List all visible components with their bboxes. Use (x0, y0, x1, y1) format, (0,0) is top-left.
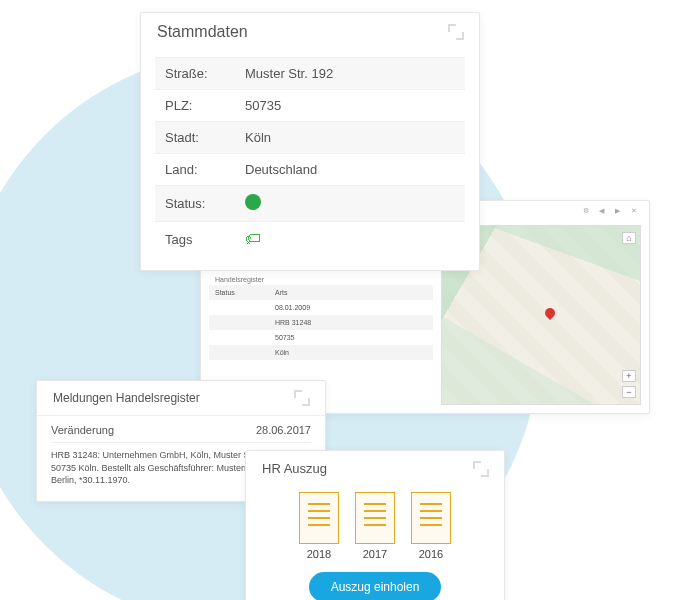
close-icon[interactable]: ✕ (631, 207, 639, 215)
hr-year-label-0: 2018 (307, 548, 331, 560)
value-tags: 🏷 (245, 230, 455, 248)
detail-row-1: 08.01.2009 (209, 300, 433, 315)
nav-right-icon[interactable]: ▶ (615, 207, 623, 215)
hrauszug-body: 2018 2017 2016 Auszug einholen (246, 486, 504, 600)
tag-icon: 🏷 (245, 230, 261, 247)
hr-year-label-1: 2017 (363, 548, 387, 560)
detail-row-4: Köln (209, 345, 433, 360)
document-icon (299, 492, 339, 544)
stammdaten-body: Straße: Muster Str. 192 PLZ: 50735 Stadt… (141, 51, 479, 270)
document-icon (355, 492, 395, 544)
row-land: Land: Deutschland (155, 153, 465, 185)
nav-left-icon[interactable]: ◀ (599, 207, 607, 215)
expand-icon[interactable] (449, 25, 463, 39)
row-stadt: Stadt: Köln (155, 121, 465, 153)
map-zoom-out-icon[interactable]: − (622, 386, 636, 398)
expand-icon[interactable] (474, 462, 488, 476)
detail-section-hr: Handelsregister (209, 270, 433, 285)
hrauszug-header: HR Auszug (246, 451, 504, 486)
detail-value-3: 50735 (275, 334, 427, 341)
hr-year-1[interactable]: 2017 (355, 492, 395, 560)
expand-icon[interactable] (295, 391, 309, 405)
row-strasse: Straße: Muster Str. 192 (155, 57, 465, 89)
hrauszug-title: HR Auszug (262, 461, 327, 476)
status-dot-icon (245, 194, 261, 210)
detail-value-0: Arts (275, 289, 427, 296)
value-status (245, 194, 455, 213)
meldungen-header: Meldungen Handelsregister (37, 381, 325, 416)
row-tags: Tags 🏷 (155, 221, 465, 256)
label-strasse: Straße: (165, 66, 245, 81)
auszug-einholen-button[interactable]: Auszug einholen (309, 572, 442, 600)
detail-value-2: HRB 31248 (275, 319, 427, 326)
hr-year-0[interactable]: 2018 (299, 492, 339, 560)
detail-row-2: HRB 31248 (209, 315, 433, 330)
meldungen-row-header: Veränderung 28.06.2017 (51, 424, 311, 443)
label-land: Land: (165, 162, 245, 177)
stammdaten-title: Stammdaten (157, 23, 248, 41)
value-stadt: Köln (245, 130, 455, 145)
hr-year-2[interactable]: 2016 (411, 492, 451, 560)
label-stadt: Stadt: (165, 130, 245, 145)
value-strasse: Muster Str. 192 (245, 66, 455, 81)
settings-icon[interactable]: ⚙ (583, 207, 591, 215)
stammdaten-card: Stammdaten Straße: Muster Str. 192 PLZ: … (140, 12, 480, 271)
row-status: Status: (155, 185, 465, 221)
meldungen-type: Veränderung (51, 424, 114, 436)
hrauszug-years: 2018 2017 2016 (258, 492, 492, 560)
hr-year-label-2: 2016 (419, 548, 443, 560)
label-plz: PLZ: (165, 98, 245, 113)
meldungen-date: 28.06.2017 (256, 424, 311, 436)
stammdaten-header: Stammdaten (141, 13, 479, 51)
detail-row-status: Status Arts (209, 285, 433, 300)
detail-value-4: Köln (275, 349, 427, 356)
map-pin-icon (543, 306, 557, 320)
map-zoom-in-icon[interactable]: + (622, 370, 636, 382)
document-icon (411, 492, 451, 544)
label-status: Status: (165, 196, 245, 211)
map-home-icon[interactable]: ⌂ (622, 232, 636, 244)
detail-row-3: 50735 (209, 330, 433, 345)
meldungen-title: Meldungen Handelsregister (53, 391, 200, 405)
row-plz: PLZ: 50735 (155, 89, 465, 121)
detail-label-status: Status (215, 289, 275, 296)
value-plz: 50735 (245, 98, 455, 113)
label-tags: Tags (165, 232, 245, 247)
value-land: Deutschland (245, 162, 455, 177)
hrauszug-card: HR Auszug 2018 2017 2016 Auszug einholen (245, 450, 505, 600)
detail-value-1: 08.01.2009 (275, 304, 427, 311)
